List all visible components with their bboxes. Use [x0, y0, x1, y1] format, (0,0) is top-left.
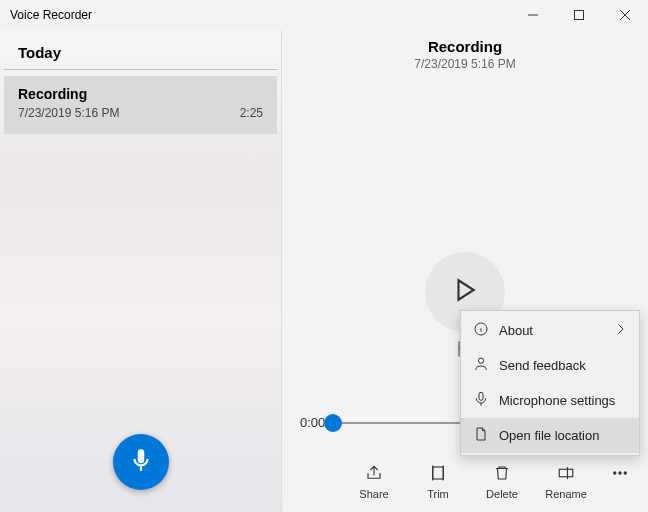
more-icon — [611, 464, 629, 488]
overflow-menu: About Send feedback Microphone settings … — [460, 310, 640, 456]
trim-icon — [429, 464, 447, 488]
svg-rect-9 — [559, 469, 573, 477]
menu-feedback-label: Send feedback — [499, 358, 586, 373]
svg-point-11 — [614, 472, 616, 474]
delete-label: Delete — [486, 488, 518, 500]
trim-label: Trim — [427, 488, 449, 500]
svg-point-13 — [624, 472, 626, 474]
delete-button[interactable]: Delete — [472, 460, 532, 504]
microphone-icon — [128, 447, 154, 477]
svg-rect-1 — [575, 11, 584, 20]
main-panel: Recording 7/23/2019 5:16 PM 0:00 — [282, 30, 648, 512]
trim-button[interactable]: Trim — [408, 460, 468, 504]
svg-marker-5 — [459, 280, 474, 300]
menu-open-label: Open file location — [499, 428, 599, 443]
rename-icon — [557, 464, 575, 488]
recording-title: Recording — [282, 38, 648, 55]
close-button[interactable] — [602, 0, 648, 30]
recording-list-item[interactable]: Recording 7/23/2019 5:16 PM 2:25 — [4, 76, 277, 134]
rename-button[interactable]: Rename — [536, 460, 596, 504]
menu-item-feedback[interactable]: Send feedback — [461, 348, 639, 383]
group-header-today: Today — [4, 30, 277, 70]
menu-item-microphone-settings[interactable]: Microphone settings — [461, 383, 639, 418]
recording-item-duration: 2:25 — [240, 106, 263, 120]
trash-icon — [493, 464, 511, 488]
more-button[interactable] — [600, 460, 640, 504]
seek-thumb[interactable] — [324, 414, 342, 432]
svg-rect-18 — [479, 392, 483, 400]
title-bar: Voice Recorder — [0, 0, 648, 30]
menu-item-about[interactable]: About — [461, 313, 639, 348]
share-button[interactable]: Share — [344, 460, 404, 504]
svg-point-12 — [619, 472, 621, 474]
svg-rect-6 — [433, 467, 444, 479]
recording-item-subtitle: 7/23/2019 5:16 PM — [18, 106, 263, 120]
recording-date: 7/23/2019 5:16 PM — [282, 57, 648, 71]
file-icon — [473, 426, 489, 445]
svg-point-17 — [478, 358, 483, 363]
recordings-sidebar: Today Recording 7/23/2019 5:16 PM 2:25 — [0, 30, 282, 512]
current-time-label: 0:00 — [300, 415, 325, 430]
menu-item-open-file-location[interactable]: Open file location — [461, 418, 639, 453]
menu-about-label: About — [499, 323, 533, 338]
svg-rect-4 — [139, 467, 141, 471]
share-label: Share — [359, 488, 388, 500]
play-icon — [452, 277, 478, 307]
minimize-button[interactable] — [510, 0, 556, 30]
maximize-button[interactable] — [556, 0, 602, 30]
chevron-right-icon — [613, 321, 629, 340]
bottom-toolbar: Share Trim Delete Rename — [282, 460, 648, 504]
info-icon — [473, 321, 489, 340]
menu-mic-label: Microphone settings — [499, 393, 615, 408]
feedback-icon — [473, 356, 489, 375]
recording-item-title: Recording — [18, 86, 263, 102]
app-title: Voice Recorder — [10, 8, 92, 22]
share-icon — [365, 464, 383, 488]
record-button[interactable] — [113, 434, 169, 490]
rename-label: Rename — [545, 488, 587, 500]
microphone-icon — [473, 391, 489, 410]
